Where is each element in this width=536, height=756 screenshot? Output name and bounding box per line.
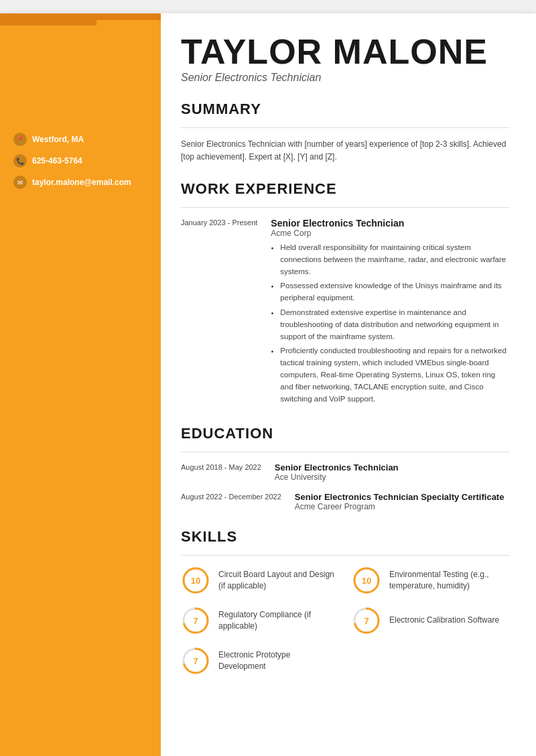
contact-phone: 📞 625-463-5764 [13,154,147,168]
contact-email: ✉ taylor.malone@email.com [13,176,147,189]
bullet-0-3: Proficiently conducted troubleshooting a… [280,345,509,405]
sidebar: 📍 Westford, MA 📞 625-463-5764 ✉ taylor.m… [0,13,161,756]
work-experience-section: WORK EXPERIENCE January 2023 - Present S… [181,180,509,408]
summary-divider [181,127,509,128]
skills-grid: 10 Circuit Board Layout and Design (if a… [181,566,509,676]
education-section: EDUCATION August 2018 - May 2022 Senior … [181,425,509,511]
skill-item-2: 7 Regulatory Compliance (if applicable) [181,606,338,635]
edu-date-0: August 2018 - May 2022 [181,462,261,482]
skill-circle-2: 7 [181,606,210,635]
skill-circle-3: 7 [352,606,381,635]
phone-icon: 📞 [13,154,27,168]
contact-phone-text: 625-463-5764 [32,156,82,166]
work-experience-title: WORK EXPERIENCE [181,180,509,200]
bullet-0-0: Held overall responsibility for maintain… [280,242,509,277]
education-title: EDUCATION [181,425,509,445]
education-divider [181,452,509,452]
contact-location: 📍 Westford, MA [13,133,147,146]
main-content: TAYLOR MALONE Senior Electronics Technic… [161,13,536,756]
skill-label-1: Environmental Testing (e.g., temperature… [389,569,509,592]
skill-item-0: 10 Circuit Board Layout and Design (if a… [181,566,338,595]
skill-label-0: Circuit Board Layout and Design (if appl… [218,569,338,592]
work-divider [181,207,509,208]
summary-text: Senior Electronics Technician with [numb… [181,138,509,164]
edu-date-1: August 2022 - December 2022 [181,492,281,511]
summary-title: SUMMARY [181,101,509,121]
summary-section: SUMMARY Senior Electronics Technician wi… [181,101,509,164]
edu-entry-0: August 2018 - May 2022 Senior Electronic… [181,462,509,482]
edu-entry-1: August 2022 - December 2022 Senior Elect… [181,492,509,511]
candidate-job-title: Senior Electronics Technician [181,72,509,84]
header-section: TAYLOR MALONE Senior Electronics Technic… [181,34,509,84]
work-bullets-0: Held overall responsibility for maintain… [271,242,509,405]
sidebar-contact: 📍 Westford, MA 📞 625-463-5764 ✉ taylor.m… [0,119,161,210]
skill-item-1: 10 Environmental Testing (e.g., temperat… [352,566,509,595]
contact-location-text: Westford, MA [32,135,84,144]
edu-degree-0: Senior Electronics Technician [275,462,509,472]
skills-divider [181,555,509,556]
skill-score-1: 10 [362,575,371,585]
edu-details-0: Senior Electronics Technician Ace Univer… [275,462,509,482]
skills-section: SKILLS 10 Circuit Board Layout and Desig… [181,528,509,676]
skill-circle-1: 10 [352,566,381,595]
edu-school-1: Acme Career Program [295,502,509,511]
bullet-0-1: Possessed extensive knowledge of the Uni… [280,280,509,304]
skill-item-4: 7 Electronic Prototype Development [181,646,338,676]
location-icon: 📍 [13,133,27,146]
edu-details-1: Senior Electronics Technician Specialty … [295,492,509,511]
skill-label-3: Electronic Calibration Software [389,615,499,626]
skill-score-2: 7 [193,615,198,625]
skill-circle-4: 7 [181,646,210,676]
work-job-title-0: Senior Electronics Technician [271,218,509,229]
edu-degree-1: Senior Electronics Technician Specialty … [295,492,509,502]
sidebar-top-bar [0,13,161,20]
skill-circle-0: 10 [181,566,210,595]
resume-container: 📍 Westford, MA 📞 625-463-5764 ✉ taylor.m… [0,13,536,756]
skill-score-3: 7 [364,615,368,625]
skills-title: SKILLS [181,528,509,548]
candidate-name: TAYLOR MALONE [181,34,509,70]
skill-label-2: Regulatory Compliance (if applicable) [218,609,338,632]
contact-email-text: taylor.malone@email.com [32,178,131,187]
work-date-0: January 2023 - Present [181,218,257,408]
work-entry-0: January 2023 - Present Senior Electronic… [181,218,509,408]
skill-score-0: 10 [191,575,200,585]
edu-school-0: Ace University [275,472,509,482]
bullet-0-2: Demonstrated extensive expertise in main… [280,307,509,342]
email-icon: ✉ [13,176,27,189]
sidebar-accent-bar [0,20,96,25]
work-details-0: Senior Electronics Technician Acme Corp … [271,218,509,408]
work-company-0: Acme Corp [271,229,509,238]
skill-item-3: 7 Electronic Calibration Software [352,606,509,635]
skill-label-4: Electronic Prototype Development [218,649,338,672]
skill-score-4: 7 [193,655,198,666]
